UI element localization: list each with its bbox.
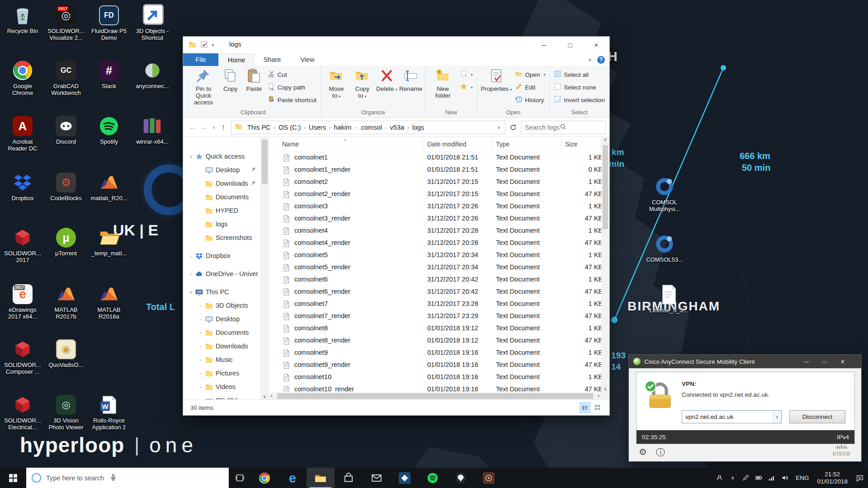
desktop-icon-solidwor-visualize-2[interactable]: ◎2017SOLIDWOR... Visualize 2... bbox=[47, 5, 85, 41]
desktop-icon-comsol53[interactable]: COMSOL53... bbox=[645, 233, 684, 263]
desktop-icon-torrent[interactable]: µµTorrent bbox=[47, 227, 85, 257]
back-button[interactable]: ← bbox=[187, 123, 198, 132]
table-row[interactable]: comsolnet2_render31/12/2017 20:15Text Do… bbox=[269, 188, 601, 201]
desktop-icon-fluiddraw-p5-demo[interactable]: FDFluidDraw P5 Demo bbox=[90, 5, 128, 41]
taskbar-app-spotify[interactable] bbox=[419, 468, 447, 488]
scroll-down-arrow-icon[interactable]: ∨ bbox=[260, 394, 269, 399]
breadcrumb-segment[interactable]: .comsol bbox=[356, 124, 385, 131]
tab-view[interactable]: View bbox=[290, 53, 325, 66]
ribbon-button-delete[interactable]: Delete▾ bbox=[375, 66, 398, 93]
scroll-up-arrow-icon[interactable]: ∧ bbox=[601, 137, 609, 142]
taskbar-app-mail[interactable] bbox=[363, 468, 391, 488]
taskbar-app-microsoft-store[interactable] bbox=[335, 468, 363, 488]
info-icon[interactable]: ⓘ bbox=[656, 446, 665, 459]
table-row[interactable]: comsolnet731/12/2017 23:28Text Document1… bbox=[269, 298, 601, 310]
taskbar-app-github[interactable] bbox=[447, 468, 475, 488]
sidebar-item-desktop[interactable]: Desktop bbox=[183, 163, 260, 177]
breadcrumb-segment[interactable]: logs bbox=[409, 124, 428, 131]
qat-customize-chevron-icon[interactable]: ▾ bbox=[212, 43, 214, 47]
address-dropdown-chevron-icon[interactable]: ∨ bbox=[495, 125, 503, 130]
sidebar-item-quick-access[interactable]: ∨Quick access bbox=[183, 150, 260, 163]
desktop-icon-3d-vision-photo-viewer[interactable]: ◎3D Vision Photo Viewer bbox=[47, 394, 85, 431]
sidebar-item-onedrive-univer[interactable]: ›OneDrive - Univer bbox=[183, 267, 260, 281]
sidebar-item-documents[interactable]: ›Documents bbox=[183, 326, 260, 339]
expand-chevron-icon[interactable]: › bbox=[188, 253, 194, 258]
sidebar-item-music[interactable]: ›Music bbox=[183, 353, 260, 366]
clock[interactable]: 21:52 01/01/2018 bbox=[813, 471, 852, 485]
tab-file[interactable]: File bbox=[183, 53, 218, 66]
sidebar-item-dropbox[interactable]: ›Dropbox bbox=[183, 249, 260, 263]
pen-icon[interactable] bbox=[739, 468, 752, 488]
expand-chevron-icon[interactable]: ∨ bbox=[188, 154, 194, 159]
close-button[interactable]: ✕ bbox=[837, 357, 849, 366]
expand-chevron-icon[interactable]: › bbox=[198, 371, 204, 376]
breadcrumb-segment[interactable]: hakim bbox=[331, 124, 355, 131]
vpn-server-combobox[interactable]: vpn2.net.ed.ac.uk ∨ bbox=[682, 410, 782, 423]
scroll-down-arrow-icon[interactable]: ∨ bbox=[601, 386, 609, 391]
table-row[interactable]: comsolnet231/12/2017 20:15Text Document1… bbox=[269, 176, 601, 188]
ribbon-button-new-item[interactable]: ▾ bbox=[460, 70, 473, 79]
desktop-icon-google-chrome[interactable]: Google Chrome bbox=[3, 60, 42, 96]
table-row[interactable]: comsolnet1001/01/2018 19:16Text Document… bbox=[269, 371, 601, 384]
expand-chevron-icon[interactable]: › bbox=[198, 385, 204, 389]
people-icon[interactable] bbox=[713, 468, 726, 488]
help-icon[interactable]: ? bbox=[597, 56, 605, 64]
sidebar-item-screenshots[interactable]: Screenshots bbox=[183, 231, 260, 244]
maximize-button[interactable]: □ bbox=[557, 37, 583, 53]
minimize-button[interactable]: ─ bbox=[531, 37, 557, 53]
desktop-icon-winrar-x64[interactable]: winrar-x64... bbox=[133, 115, 172, 145]
disconnect-button[interactable]: Disconnect bbox=[789, 410, 845, 423]
sidebar-item-pictures[interactable]: ›Pictures bbox=[183, 366, 260, 380]
table-row[interactable]: comsolnet9_render01/01/2018 19:16Text Do… bbox=[269, 359, 601, 371]
expand-chevron-icon[interactable]: › bbox=[198, 330, 204, 335]
desktop-icon-solidwor-electrical[interactable]: SOLIDWOR... Electrical... bbox=[3, 394, 42, 431]
ribbon-button-new-folder[interactable]: New folder bbox=[428, 66, 458, 99]
maximize-button[interactable]: ▭ bbox=[819, 357, 830, 366]
ribbon-button-cut[interactable]: Cut bbox=[268, 70, 316, 79]
column-header-name[interactable]: Name bbox=[282, 141, 299, 148]
table-row[interactable]: comsolnet801/01/2018 19:12Text Document1… bbox=[269, 323, 601, 335]
ribbon-button-edit[interactable]: Edit bbox=[515, 83, 545, 92]
search-box[interactable]: Search logs bbox=[521, 121, 606, 134]
action-center-icon[interactable] bbox=[852, 468, 868, 488]
taskbar-app-chrome[interactable] bbox=[250, 468, 278, 488]
desktop-icon-solidwor-2017[interactable]: SOLIDWOR... 2017 bbox=[3, 227, 42, 263]
table-row[interactable]: comsolnet6_render31/12/2017 20:42Text Do… bbox=[269, 286, 601, 298]
table-row[interactable]: comsolnet8_render01/01/2018 19:12Text Do… bbox=[269, 335, 601, 347]
expand-chevron-icon[interactable]: › bbox=[198, 357, 204, 362]
microphone-icon[interactable] bbox=[109, 473, 118, 483]
desktop-icon-dropbox[interactable]: Dropbox bbox=[3, 172, 42, 202]
desktop-icon-3d-objects-shortcut[interactable]: 3D Objects - Shortcut bbox=[133, 5, 172, 41]
sidebar-item-desktop[interactable]: ›Desktop bbox=[183, 312, 260, 326]
tab-home[interactable]: Home bbox=[218, 53, 255, 66]
table-row[interactable]: comsolnet4_render31/12/2017 20:28Text Do… bbox=[269, 237, 601, 249]
expand-chevron-icon[interactable]: › bbox=[188, 272, 194, 277]
ribbon-button-pin-to-quick-access[interactable]: Pin to Quick access bbox=[188, 66, 219, 106]
desktop-icon-rolls-royce-application-2[interactable]: WRolls-Royce Application 2 bbox=[90, 394, 128, 431]
ribbon-button-open[interactable]: Open▾ bbox=[515, 70, 545, 79]
settings-gear-icon[interactable]: ⚙ bbox=[639, 446, 647, 457]
table-row[interactable]: comsolnet7_render31/12/2017 23:29Text Do… bbox=[269, 310, 601, 323]
scrollbar-thumb[interactable] bbox=[603, 145, 608, 229]
large-icons-view-button[interactable] bbox=[592, 402, 602, 412]
refresh-icon[interactable] bbox=[507, 124, 519, 131]
qat-properties-icon[interactable] bbox=[200, 41, 208, 50]
scrollbar-thumb[interactable] bbox=[277, 393, 593, 399]
sidebar-item-logs[interactable]: logs bbox=[183, 217, 260, 231]
desktop-icon-matlab-r20[interactable]: matlab_R20... bbox=[90, 172, 128, 202]
breadcrumb-segment[interactable]: This PC bbox=[244, 124, 274, 131]
expand-chevron-icon[interactable]: ∨ bbox=[188, 290, 194, 295]
table-row[interactable]: comsolnet10_render01/01/2018 19:16Text D… bbox=[269, 384, 601, 392]
desktop-icon-codeblocks[interactable]: ⚙CodeBlocks bbox=[47, 172, 85, 202]
sidebar-item-videos[interactable]: ›Videos bbox=[183, 380, 260, 394]
ribbon-button-select-none[interactable]: Select none bbox=[554, 83, 605, 92]
ribbon-button-paste[interactable]: Paste bbox=[242, 66, 266, 92]
desktop-icon-slack[interactable]: #Slack bbox=[90, 60, 128, 89]
battery-icon[interactable] bbox=[752, 468, 765, 488]
desktop-icon-edrawings-2017-x64[interactable]: e2017eDrawings 2017 x64... bbox=[3, 283, 42, 320]
desktop-icon-discord[interactable]: Discord bbox=[47, 115, 85, 145]
ribbon-button-invert-selection[interactable]: Invert selection bbox=[554, 95, 605, 104]
close-button[interactable]: × bbox=[583, 37, 609, 53]
desktop-icon-matlab-r2017b[interactable]: MATLAB R2017b bbox=[47, 283, 85, 320]
ribbon-button-move-to[interactable]: Move to▾ bbox=[323, 66, 349, 100]
